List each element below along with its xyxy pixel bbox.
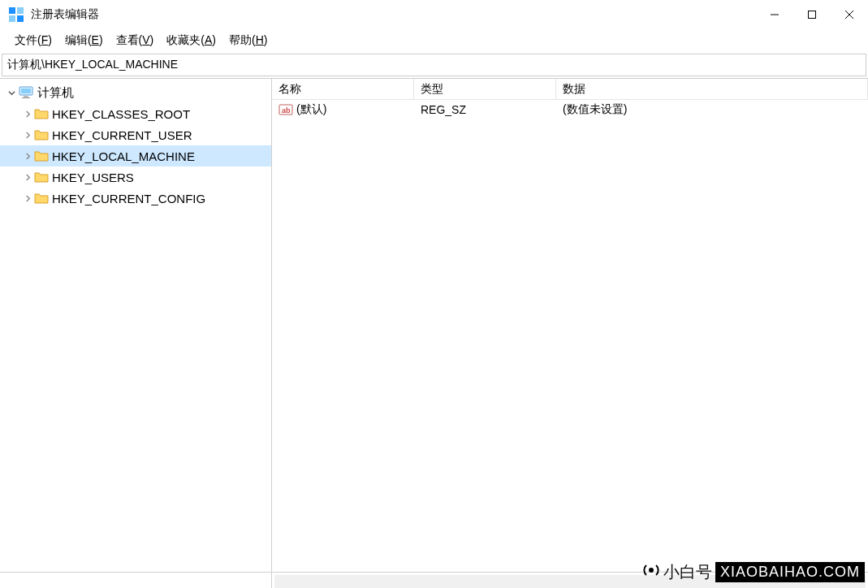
computer-icon — [18, 86, 34, 99]
app-icon — [8, 6, 24, 23]
svg-rect-3 — [17, 15, 24, 22]
menu-favorites[interactable]: 收藏夹(A) — [160, 31, 222, 50]
svg-rect-9 — [21, 89, 31, 93]
value-name: (默认) — [296, 102, 326, 117]
menu-file[interactable]: 文件(F) — [8, 31, 58, 50]
tree-item-hkcr[interactable]: HKEY_CLASSES_ROOT — [0, 103, 271, 124]
statusbar-spacer — [0, 573, 272, 588]
column-data[interactable]: 数据 — [556, 79, 868, 99]
minimize-button[interactable] — [756, 0, 793, 29]
tree-root-label: 计算机 — [37, 85, 74, 101]
maximize-button[interactable] — [793, 0, 831, 29]
svg-rect-5 — [809, 11, 816, 19]
menu-edit[interactable]: 编辑(E) — [58, 31, 110, 50]
content-area: 计算机 HKEY_CLASSES_ROOT HKEY_CURRENT_USER … — [0, 78, 868, 572]
tree-pane[interactable]: 计算机 HKEY_CLASSES_ROOT HKEY_CURRENT_USER … — [0, 79, 272, 572]
chevron-right-icon[interactable] — [21, 149, 34, 162]
list-row[interactable]: ab (默认) REG_SZ (数值未设置) — [272, 100, 868, 119]
window-controls — [756, 0, 868, 29]
menubar: 文件(F) 编辑(E) 查看(V) 收藏夹(A) 帮助(H) — [0, 29, 868, 52]
column-type[interactable]: 类型 — [414, 79, 556, 99]
folder-icon — [34, 192, 49, 205]
tree-item-label: HKEY_CURRENT_CONFIG — [52, 192, 205, 205]
svg-rect-0 — [9, 7, 15, 14]
column-name[interactable]: 名称 — [272, 79, 414, 99]
folder-icon — [34, 149, 49, 162]
svg-rect-1 — [17, 7, 24, 14]
folder-icon — [34, 128, 49, 141]
titlebar: 注册表编辑器 — [0, 0, 868, 29]
svg-rect-11 — [22, 97, 30, 98]
menu-view[interactable]: 查看(V) — [110, 31, 161, 50]
close-button[interactable] — [831, 0, 868, 29]
value-type: REG_SZ — [421, 103, 466, 116]
tree-root[interactable]: 计算机 — [0, 82, 271, 103]
svg-rect-2 — [9, 15, 15, 22]
chevron-right-icon[interactable] — [21, 192, 34, 205]
list-header: 名称 类型 数据 — [272, 79, 868, 100]
address-bar[interactable]: 计算机\HKEY_LOCAL_MACHINE — [2, 54, 866, 76]
folder-icon — [34, 171, 49, 184]
chevron-right-icon[interactable] — [21, 171, 34, 184]
chevron-right-icon[interactable] — [21, 107, 34, 120]
tree-item-label: HKEY_LOCAL_MACHINE — [52, 149, 195, 163]
tree-item-label: HKEY_USERS — [52, 171, 134, 184]
horizontal-scrollbar[interactable] — [274, 575, 866, 588]
chevron-right-icon[interactable] — [21, 128, 34, 141]
list-pane[interactable]: 名称 类型 数据 ab (默认) REG_SZ (数值未设置) — [272, 79, 868, 572]
tree-item-hkcu[interactable]: HKEY_CURRENT_USER — [0, 124, 271, 145]
tree-item-hkcc[interactable]: HKEY_CURRENT_CONFIG — [0, 188, 271, 209]
menu-help[interactable]: 帮助(H) — [222, 31, 274, 50]
string-value-icon: ab — [279, 102, 293, 117]
value-data: (数值未设置) — [563, 102, 627, 117]
list-body[interactable]: ab (默认) REG_SZ (数值未设置) — [272, 100, 868, 572]
statusbar — [0, 572, 868, 588]
chevron-down-icon[interactable] — [5, 86, 18, 99]
tree-item-label: HKEY_CURRENT_USER — [52, 128, 192, 142]
window-title: 注册表编辑器 — [31, 7, 756, 22]
address-text: 计算机\HKEY_LOCAL_MACHINE — [7, 58, 178, 72]
svg-rect-10 — [24, 96, 28, 97]
tree-item-label: HKEY_CLASSES_ROOT — [52, 107, 190, 121]
tree-item-hku[interactable]: HKEY_USERS — [0, 166, 271, 188]
svg-text:ab: ab — [282, 106, 291, 115]
tree-item-hklm[interactable]: HKEY_LOCAL_MACHINE — [0, 145, 271, 166]
folder-icon — [34, 107, 49, 120]
